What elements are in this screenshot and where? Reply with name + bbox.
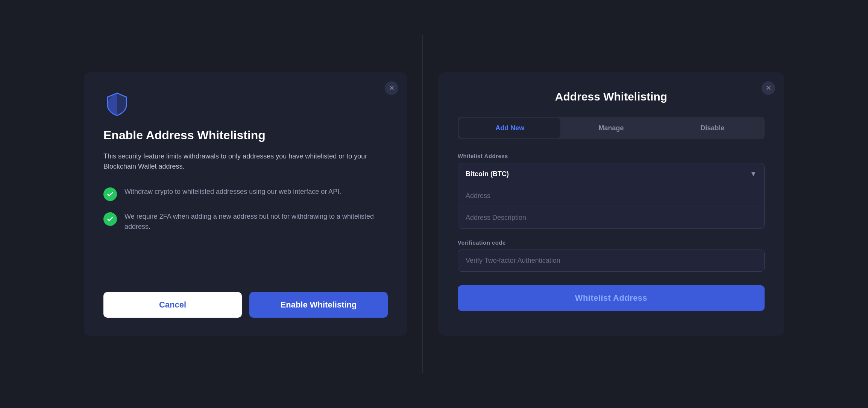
feature-item-1: Withdraw crypto to whitelisted addresses… xyxy=(103,187,388,201)
shield-icon xyxy=(103,90,388,119)
verification-code-input[interactable] xyxy=(466,257,757,265)
feature-text-2: We require 2FA when adding a new address… xyxy=(124,212,388,232)
verification-label: Verification code xyxy=(458,239,765,246)
address-input[interactable] xyxy=(466,192,757,200)
address-form-group: Bitcoin (BTC) ▼ xyxy=(458,163,765,229)
address-description-input-row[interactable] xyxy=(458,207,764,228)
tab-add-new[interactable]: Add New xyxy=(459,118,560,138)
feature-item-2: We require 2FA when adding a new address… xyxy=(103,212,388,232)
modal-title: Enable Address Whitelisting xyxy=(103,128,388,142)
whitelist-address-button[interactable]: Whitelist Address xyxy=(458,285,765,311)
panel-divider xyxy=(422,35,423,373)
whitelist-address-label: Whitelist Address xyxy=(458,153,765,159)
address-whitelisting-modal: ✕ Address Whitelisting Add New Manage Di… xyxy=(438,72,784,336)
modal-description: This security feature limits withdrawals… xyxy=(103,151,388,172)
features-list: Withdraw crypto to whitelisted addresses… xyxy=(103,187,388,271)
cancel-button[interactable]: Cancel xyxy=(103,292,242,318)
feature-text-1: Withdraw crypto to whitelisted addresses… xyxy=(124,187,341,197)
tab-bar: Add New Manage Disable xyxy=(458,117,765,139)
enable-whitelisting-modal: ✕ Enable Address Whitelisting This secur… xyxy=(84,72,407,336)
close-button[interactable]: ✕ xyxy=(385,81,398,95)
address-input-row[interactable] xyxy=(458,185,764,207)
currency-select[interactable]: Bitcoin (BTC) ▼ xyxy=(458,163,764,185)
check-icon-1 xyxy=(103,187,117,201)
tab-manage[interactable]: Manage xyxy=(560,118,662,138)
check-icon-2 xyxy=(103,212,117,226)
dropdown-arrow-icon: ▼ xyxy=(750,170,757,178)
enable-whitelisting-button[interactable]: Enable Whitelisting xyxy=(249,292,388,318)
currency-label: Bitcoin (BTC) xyxy=(466,170,750,178)
right-modal-title: Address Whitelisting xyxy=(458,90,765,103)
close-button-right[interactable]: ✕ xyxy=(762,81,775,95)
address-description-input[interactable] xyxy=(466,214,757,222)
tab-disable[interactable]: Disable xyxy=(662,118,763,138)
left-actions: Cancel Enable Whitelisting xyxy=(103,292,388,318)
verification-input-row[interactable] xyxy=(458,250,765,272)
